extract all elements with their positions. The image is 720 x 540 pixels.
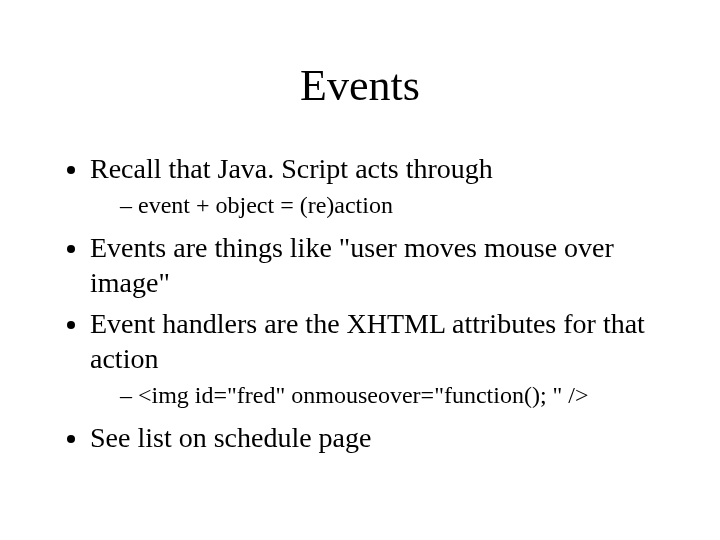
bullet-item: Events are things like "user moves mouse…: [90, 230, 670, 300]
bullet-text: Events are things like "user moves mouse…: [90, 232, 614, 298]
sub-bullet-item: event + object = (re)action: [120, 190, 670, 220]
bullet-item: Event handlers are the XHTML attributes …: [90, 306, 670, 410]
sub-bullet-text: event + object = (re)action: [138, 192, 393, 218]
slide: Events Recall that Java. Script acts thr…: [0, 0, 720, 540]
bullet-text: Event handlers are the XHTML attributes …: [90, 308, 645, 374]
bullet-text: Recall that Java. Script acts through: [90, 153, 493, 184]
bullet-item: See list on schedule page: [90, 420, 670, 455]
sub-bullet-list: event + object = (re)action: [90, 190, 670, 220]
bullet-item: Recall that Java. Script acts through ev…: [90, 151, 670, 220]
bullet-list: Recall that Java. Script acts through ev…: [50, 151, 670, 455]
sub-bullet-text: <img id="fred" onmouseover="function(); …: [138, 382, 589, 408]
sub-bullet-list: <img id="fred" onmouseover="function(); …: [90, 380, 670, 410]
sub-bullet-item: <img id="fred" onmouseover="function(); …: [120, 380, 670, 410]
bullet-text: See list on schedule page: [90, 422, 371, 453]
slide-title: Events: [50, 60, 670, 111]
